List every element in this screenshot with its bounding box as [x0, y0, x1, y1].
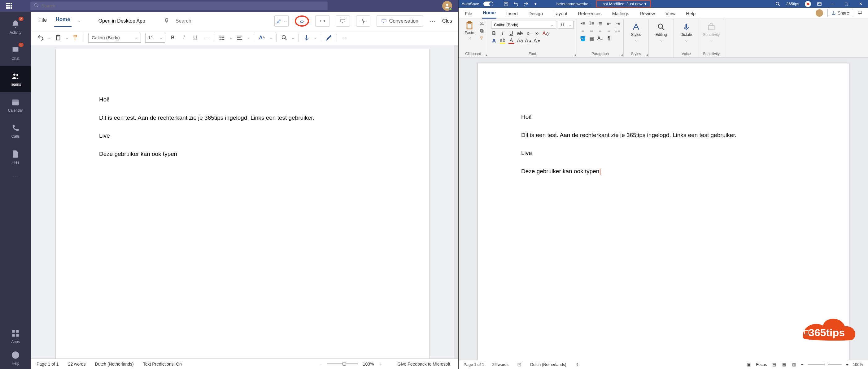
wtab-mailings[interactable]: Mailings — [612, 9, 630, 19]
more-button[interactable]: ⋯ — [429, 17, 436, 25]
focus-view-icon[interactable]: ▣ — [746, 362, 751, 367]
numbering-icon[interactable]: 1≡ — [589, 21, 594, 26]
close-button[interactable]: Clos — [442, 18, 452, 24]
status-words[interactable]: 22 words — [492, 362, 509, 367]
sidebar-more[interactable]: ⋯ — [0, 170, 31, 182]
activity-button[interactable] — [356, 15, 370, 27]
web-view-icon[interactable]: ▥ — [791, 362, 797, 367]
wtab-home[interactable]: Home — [482, 8, 496, 19]
wtab-references[interactable]: References — [577, 9, 602, 19]
conversation-button[interactable]: Conversation — [377, 15, 423, 27]
zoom-level[interactable]: 100% — [853, 362, 863, 367]
font-size-select[interactable]: 11⌵ — [558, 21, 574, 29]
maximize-button[interactable]: ▢ — [842, 2, 851, 6]
superscript-icon[interactable]: x2 — [534, 31, 540, 36]
coauthor-avatar[interactable] — [816, 9, 823, 17]
open-in-desktop-button[interactable]: Open in Desktop App — [98, 18, 145, 24]
format-painter-icon[interactable] — [72, 34, 79, 41]
zoom-in-icon[interactable]: + — [379, 362, 381, 367]
align-icon[interactable] — [236, 34, 243, 41]
zoom-level[interactable]: 100% — [363, 362, 374, 367]
wtab-file[interactable]: File — [464, 9, 473, 19]
status-page[interactable]: Page 1 of 1 — [36, 362, 59, 367]
focus-label[interactable]: Focus — [756, 362, 767, 367]
styles-button[interactable]: Styles ⌵ — [627, 21, 645, 44]
minimize-button[interactable]: — — [828, 2, 836, 6]
format-painter-icon[interactable] — [479, 36, 485, 41]
zoom-in-icon[interactable]: + — [846, 362, 848, 367]
line-spacing-icon[interactable]: ‡≡ — [615, 28, 620, 34]
align-center-icon[interactable]: ≡ — [589, 28, 594, 34]
indent-icon[interactable]: ⇥ — [615, 21, 620, 26]
shading-icon[interactable]: 🪣 — [580, 36, 586, 41]
doc-paragraph[interactable]: Live — [99, 132, 386, 140]
font-name-select[interactable]: Calibri (Body)⌵ — [88, 33, 141, 43]
chevron-down-icon[interactable]: ⌵ — [78, 19, 80, 23]
shrink-font-icon[interactable]: A▼ — [534, 38, 540, 44]
toolbar-more-icon[interactable]: ⋯ — [341, 34, 348, 41]
text-effects-icon[interactable]: A — [491, 38, 497, 44]
undo-icon[interactable] — [513, 1, 519, 7]
doc-paragraph[interactable]: Live — [521, 149, 805, 158]
italic-icon[interactable]: I — [500, 31, 505, 36]
bold-icon[interactable]: B — [491, 31, 497, 36]
doc-paragraph[interactable]: Deze gebruiker kan ook typen — [99, 150, 386, 158]
status-words[interactable]: 22 words — [68, 362, 86, 367]
catch-up-button[interactable] — [295, 15, 309, 27]
sort-icon[interactable]: A↓ — [597, 36, 603, 41]
clipboard-icon[interactable] — [55, 34, 62, 41]
sidebar-item-files[interactable]: Files — [0, 144, 31, 170]
wtab-layout[interactable]: Layout — [553, 9, 568, 19]
read-view-icon[interactable]: ▤ — [771, 362, 777, 367]
redo-icon[interactable] — [523, 1, 529, 7]
titlebar-search-icon[interactable] — [775, 1, 781, 7]
app-launcher-icon[interactable] — [6, 3, 12, 9]
cut-icon[interactable] — [479, 21, 485, 26]
status-feedback[interactable]: Give Feedback to Microsoft — [398, 362, 450, 367]
save-icon[interactable] — [503, 1, 509, 7]
dictate-button[interactable]: Dictate ⌵ — [677, 21, 695, 44]
status-page[interactable]: Page 1 of 1 — [464, 362, 484, 367]
comments-pane-icon[interactable] — [858, 10, 862, 16]
document-page[interactable]: Hoi! Dit is een test. Aan de rechterkant… — [56, 49, 430, 359]
underline-icon[interactable]: U — [508, 31, 514, 36]
highlight-icon[interactable]: ab — [500, 38, 505, 44]
dictate-icon[interactable] — [303, 34, 310, 41]
zoom-slider[interactable] — [327, 363, 358, 364]
editing-button[interactable]: Editing ⌵ — [652, 21, 671, 44]
teams-search-input[interactable] — [41, 3, 324, 8]
underline-icon[interactable]: U — [192, 34, 198, 41]
find-icon[interactable] — [281, 34, 288, 41]
dialog-launcher-icon[interactable]: ◢ — [646, 54, 648, 57]
bullets-icon[interactable] — [219, 34, 225, 41]
share-button[interactable]: Share — [828, 9, 853, 17]
italic-icon[interactable]: I — [181, 34, 187, 41]
ribbon-display-icon[interactable] — [816, 1, 822, 7]
wtab-help[interactable]: Help — [685, 9, 696, 19]
font-color-icon[interactable]: A — [508, 38, 514, 44]
strike-icon[interactable]: ab — [517, 31, 523, 36]
wtab-review[interactable]: Review — [639, 9, 656, 19]
tab-home[interactable]: Home — [54, 14, 71, 27]
document-canvas[interactable]: Hoi! Dit is een test. Aan de rechterkant… — [31, 45, 454, 359]
sidebar-item-chat[interactable]: 1 Chat — [0, 40, 31, 66]
link-button[interactable] — [315, 15, 330, 27]
doc-paragraph[interactable]: Hoi! — [99, 96, 386, 104]
document-title[interactable]: betersamenwerke... — [556, 2, 592, 6]
dialog-launcher-icon[interactable]: ◢ — [574, 54, 576, 57]
doc-paragraph[interactable]: Deze gebruiker kan ook typen — [521, 167, 805, 176]
pen-button[interactable]: ⌵ — [274, 15, 289, 27]
word-document-canvas[interactable]: Hoi! Dit is een test. Aan de rechterkant… — [459, 58, 868, 360]
bold-icon[interactable]: B — [169, 34, 176, 41]
multilevel-icon[interactable]: ≣ — [597, 21, 603, 26]
status-language[interactable]: Dutch (Netherlands) — [530, 362, 566, 367]
paste-button[interactable]: Paste ⌵ — [462, 21, 477, 39]
comments-button[interactable] — [336, 15, 350, 27]
teams-search-box[interactable] — [30, 2, 328, 10]
editor-icon[interactable] — [326, 34, 332, 41]
copy-icon[interactable] — [479, 28, 485, 34]
user-avatar[interactable] — [442, 1, 452, 11]
vertical-scrollbar[interactable] — [454, 45, 458, 359]
last-modified-box[interactable]: Last Modified: Just now ▾ — [596, 0, 651, 7]
dialog-launcher-icon[interactable]: ◢ — [621, 54, 623, 57]
